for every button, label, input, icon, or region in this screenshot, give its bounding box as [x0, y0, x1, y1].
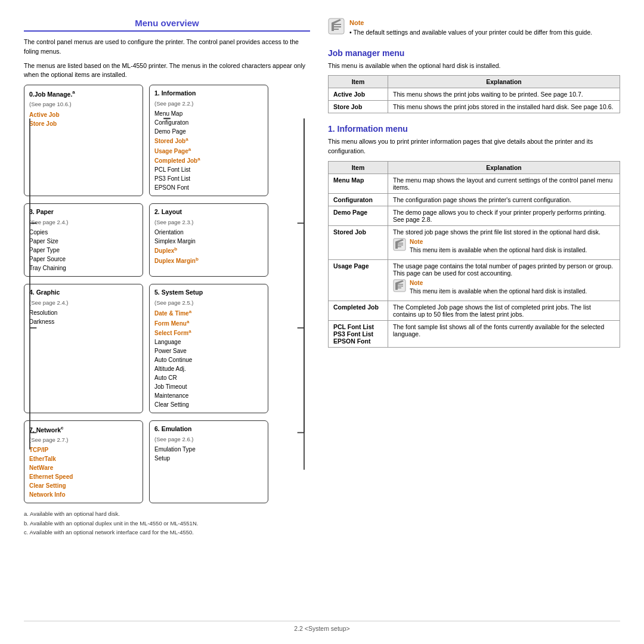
top-note-label: Note — [349, 19, 364, 26]
menu-diagram: 0.Job Manage.a (See page 10.6.) Active J… — [24, 85, 310, 503]
paper-title: 3. Paper — [29, 208, 138, 217]
stored-job-note-text: This menu item is available when the opt… — [410, 247, 587, 253]
menu-box-system-setup: 5. System Setup (See page 2.5.) Date & T… — [149, 284, 268, 413]
network-subtitle: (See page 2.7.) — [29, 436, 138, 444]
emul-setup: Setup — [154, 455, 170, 462]
job-manage-active-job: Active Job — [29, 112, 60, 118]
ss-jobtimeout: Job Timeout — [154, 383, 187, 390]
system-setup-title: 5. System Setup — [154, 288, 263, 298]
jm-active-job-item: Active Job — [329, 88, 388, 101]
net-clearsetting: Clear Setting — [29, 482, 66, 489]
job-manager-table: Item Explanation Active Job This menu sh… — [328, 75, 620, 113]
page: Menu overview The control panel menus ar… — [0, 0, 644, 644]
menu-box-information: 1. Information (See page 2.2.) Menu Map … — [149, 85, 268, 196]
emulation-subtitle: (See page 2.6.) — [154, 435, 263, 444]
menu-box-emulation: 6. Emulation (See page 2.6.) Emulation T… — [149, 420, 268, 504]
table-row: Completed Job The Completed Job page sho… — [329, 301, 620, 320]
table-row: Demo Page The demo page allows you to ch… — [329, 206, 620, 225]
information-menu-section-title: 1. Information menu — [328, 124, 620, 134]
note-icon-usagepage — [393, 279, 406, 292]
info-completedjob: Completed Joba — [154, 157, 200, 164]
usage-page-note: Note This menu item is available when th… — [393, 279, 615, 296]
svg-rect-15 — [334, 29, 339, 30]
network-title: 7. Networkc — [29, 425, 138, 435]
menu-box-job-manage: 0.Job Manage.a (See page 10.6.) Active J… — [24, 85, 143, 196]
im-col-explanation: Explanation — [388, 161, 620, 174]
table-row: Stored Job The stored job page shows the… — [329, 225, 620, 259]
paper-traychaining: Tray Chaining — [29, 265, 66, 271]
im-fontlists-item: PCL Font List PS3 Font List EPSON Font — [329, 320, 388, 347]
top-note-box: Note • The default settings and availabl… — [328, 18, 620, 38]
im-configuraton-item: Configuraton — [329, 193, 388, 206]
job-manager-col-explanation: Explanation — [388, 76, 620, 88]
im-menumap-explanation: The menu map shows the layout and curren… — [388, 174, 620, 193]
job-manage-subtitle: (See page 10.6.) — [29, 100, 138, 109]
diagram-grid: 0.Job Manage.a (See page 10.6.) Active J… — [24, 85, 310, 503]
im-storedjob-explanation: The stored job page shows the print file… — [393, 228, 600, 236]
jm-active-job-explanation: This menu shows the print jobs waiting t… — [388, 88, 620, 101]
paper-papertype: Paper Type — [29, 247, 60, 253]
net-tcpip: TCP/IP — [29, 447, 48, 453]
footnote-c: c. Available with an optional network in… — [24, 528, 310, 537]
info-epsonfont: EPSON Font — [154, 184, 189, 191]
usage-page-note-text: This menu item is available when the opt… — [410, 288, 587, 295]
graphic-darkness: Darkness — [29, 318, 54, 325]
im-storedjob-item: Stored Job — [329, 225, 388, 259]
ss-clearsetting: Clear Setting — [154, 401, 189, 408]
page-footer: 2.2 <System setup> — [24, 621, 620, 632]
info-demopage: Demo Page — [154, 128, 186, 135]
job-manage-title: 0.Job Manage.a — [29, 89, 138, 99]
net-ethertalk: EtherTalk — [29, 456, 56, 462]
im-col-item: Item — [329, 161, 388, 174]
usage-page-note-content: Note This menu item is available when th… — [410, 279, 587, 296]
layout-duplex: Duplexb — [154, 247, 177, 254]
im-storedjob-cell: The stored job page shows the print file… — [388, 225, 620, 259]
emul-type: Emulation Type — [154, 446, 196, 453]
layout-duplexmargin: Duplex Marginb — [154, 258, 199, 264]
note-label-2: Note — [410, 280, 423, 286]
menu-box-paper: 3. Paper (See page 2.4.) Copies Paper Si… — [24, 203, 143, 277]
im-demopage-explanation: The demo page allows you to check if you… — [388, 206, 620, 225]
information-menu-table: Item Explanation Menu Map The menu map s… — [328, 161, 620, 348]
layout-simplexmargin: Simplex Margin — [154, 238, 196, 244]
svg-rect-20 — [398, 246, 401, 247]
info-menumap: Menu Map — [154, 110, 182, 117]
im-configuraton-explanation: The configuration page shows the printer… — [388, 193, 620, 206]
table-row: Usage Page The usage page contains the t… — [329, 259, 620, 301]
information-subtitle: (See page 2.2.) — [154, 100, 263, 108]
footnote-a: a. Available with an optional hard disk. — [24, 509, 310, 518]
stored-job-note: Note This menu item is available when th… — [393, 238, 615, 255]
paper-papersource: Paper Source — [29, 256, 66, 262]
net-networkinfo: Network Info — [29, 491, 66, 498]
im-fontlists-explanation: The font sample list shows all of the fo… — [388, 320, 620, 347]
table-row: Menu Map The menu map shows the layout a… — [329, 174, 620, 193]
info-ps3font: PS3 Font List — [154, 175, 190, 182]
table-row: Configuraton The configuration page show… — [329, 193, 620, 206]
svg-rect-14 — [334, 26, 341, 27]
top-note-content: Note • The default settings and availabl… — [349, 18, 592, 38]
paper-papersize: Paper Size — [29, 238, 58, 244]
footnote-b: b. Available with an optional duplex uni… — [24, 519, 310, 528]
table-row: Store Job This menu shows the print jobs… — [329, 101, 620, 113]
paper-copies: Copies — [29, 229, 48, 236]
information-menu-intro: This menu allows you to print printer in… — [328, 137, 620, 156]
svg-rect-24 — [398, 286, 403, 287]
system-setup-subtitle: (See page 2.5.) — [154, 299, 263, 307]
footer-text: 2.2 <System setup> — [294, 625, 349, 632]
im-usagepage-explanation: The usage page contains the total number… — [393, 262, 613, 277]
ss-powersave: Power Save — [154, 348, 187, 354]
layout-subtitle: (See page 2.3.) — [154, 218, 263, 227]
job-manager-intro: This menu is available when the optional… — [328, 61, 620, 71]
ss-maintenance: Maintenance — [154, 392, 188, 399]
job-manage-store-job: Store Job — [29, 120, 57, 127]
information-title: 1. Information — [154, 89, 263, 98]
ss-datetime: Date & Timea — [154, 310, 191, 317]
graphic-resolution: Resolution — [29, 309, 57, 316]
note-icon-storedjob — [393, 238, 406, 251]
ss-autocontinue: Auto Continue — [154, 357, 192, 363]
im-menumap-item: Menu Map — [329, 174, 388, 193]
paper-subtitle: (See page 2.4.) — [29, 218, 138, 227]
emulation-title: 6. Emulation — [154, 425, 263, 434]
svg-rect-19 — [398, 244, 403, 246]
im-completedjob-item: Completed Job — [329, 301, 388, 320]
